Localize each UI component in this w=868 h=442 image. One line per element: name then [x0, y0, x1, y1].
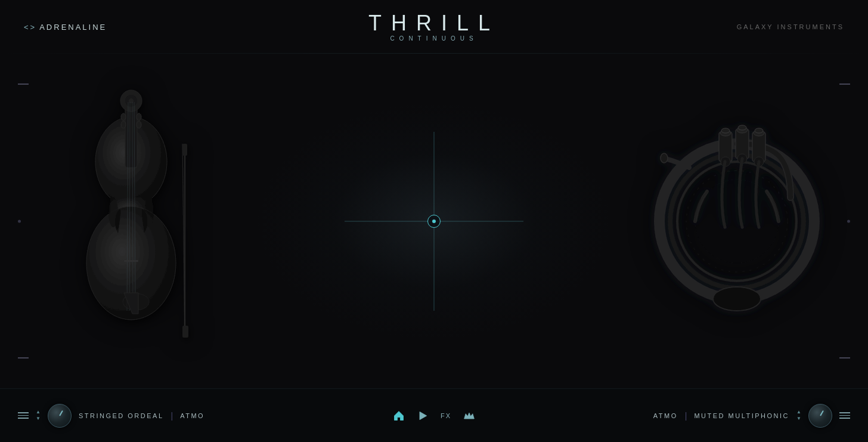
- violin-image: [66, 84, 197, 358]
- right-knob-container: [808, 404, 832, 428]
- right-menu-icon[interactable]: [839, 412, 850, 419]
- svg-point-37: [686, 171, 788, 272]
- right-hamburger-line-2: [839, 415, 850, 416]
- svg-rect-22: [182, 326, 188, 338]
- right-knob[interactable]: [808, 404, 832, 428]
- home-icon: [393, 410, 405, 422]
- svg-point-17: [108, 197, 118, 227]
- nav-prev-icon[interactable]: <: [24, 23, 29, 32]
- hamburger-line-2: [18, 415, 29, 416]
- header-left: < > ADRENALINE: [24, 23, 107, 32]
- bottom-center-nav: FX: [393, 410, 475, 422]
- svg-point-13: [121, 113, 126, 120]
- svg-point-33: [721, 128, 730, 133]
- app-subtitle: CONTINUOUS: [368, 35, 500, 42]
- svg-point-36: [661, 153, 668, 163]
- home-nav-button[interactable]: [393, 410, 405, 422]
- stepper-up-arrow[interactable]: ▲: [36, 410, 41, 415]
- xy-pad[interactable]: [345, 132, 523, 311]
- bottom-bar: ▲ ▼ STRINGED ORDEAL | ATMO FX: [0, 388, 868, 442]
- stepper-down-arrow[interactable]: ▼: [36, 416, 41, 421]
- right-category-label: ATMO: [653, 412, 678, 419]
- fx-nav-button[interactable]: FX: [441, 412, 451, 419]
- right-instrument-label: MUTED MULTIPHONIC: [694, 412, 789, 419]
- svg-point-16: [137, 121, 141, 128]
- preset-name: ADRENALINE: [39, 23, 107, 32]
- right-hamburger-line-3: [839, 418, 850, 419]
- svg-point-18: [144, 197, 154, 227]
- play-nav-button[interactable]: [417, 410, 429, 422]
- svg-point-24: [670, 154, 804, 288]
- horn-image: [647, 108, 826, 335]
- left-divider: |: [171, 411, 173, 421]
- left-instrument-label: STRINGED ORDEAL: [79, 412, 164, 419]
- hamburger-line-3: [18, 418, 29, 419]
- svg-point-35: [755, 128, 763, 133]
- left-stepper[interactable]: ▲ ▼: [36, 410, 41, 421]
- right-divider: |: [685, 411, 687, 421]
- left-menu-icon[interactable]: [18, 412, 29, 419]
- header: < > ADRENALINE THRILL CONTINUOUS GALAXY …: [0, 0, 868, 54]
- svg-rect-21: [182, 144, 187, 156]
- svg-point-6: [129, 98, 134, 103]
- right-hamburger-line-1: [839, 412, 850, 413]
- play-icon: [417, 410, 429, 422]
- left-category-label: ATMO: [180, 412, 204, 419]
- horn-container[interactable]: [630, 78, 844, 364]
- header-divider: [0, 53, 868, 54]
- crown-icon: [463, 410, 475, 422]
- nav-arrows[interactable]: < >: [24, 23, 35, 32]
- crosshair-center[interactable]: [427, 215, 441, 228]
- brand-name: GALAXY INSTRUMENTS: [737, 23, 844, 30]
- app-title: THRILL: [368, 13, 500, 34]
- header-center: THRILL CONTINUOUS: [368, 13, 500, 42]
- svg-point-26: [713, 287, 761, 311]
- svg-point-15: [121, 121, 126, 128]
- right-stepper[interactable]: ▲ ▼: [796, 410, 801, 421]
- svg-point-14: [137, 113, 141, 120]
- left-knob[interactable]: [48, 404, 72, 428]
- crosshair-dot: [432, 220, 436, 223]
- right-stepper-down[interactable]: ▼: [796, 416, 801, 421]
- bottom-right-controls: ATMO | MUTED MULTIPHONIC ▲ ▼: [624, 404, 850, 428]
- svg-point-34: [738, 125, 746, 130]
- svg-rect-11: [124, 260, 138, 262]
- hamburger-line-1: [18, 412, 29, 413]
- nav-next-icon[interactable]: >: [30, 23, 35, 32]
- crown-nav-button[interactable]: [463, 410, 475, 422]
- main-area: [0, 54, 868, 388]
- violin-container[interactable]: [36, 78, 227, 364]
- left-knob-container: [48, 404, 72, 428]
- bottom-left-controls: ▲ ▼ STRINGED ORDEAL | ATMO: [18, 404, 244, 428]
- right-stepper-up[interactable]: ▲: [796, 410, 801, 415]
